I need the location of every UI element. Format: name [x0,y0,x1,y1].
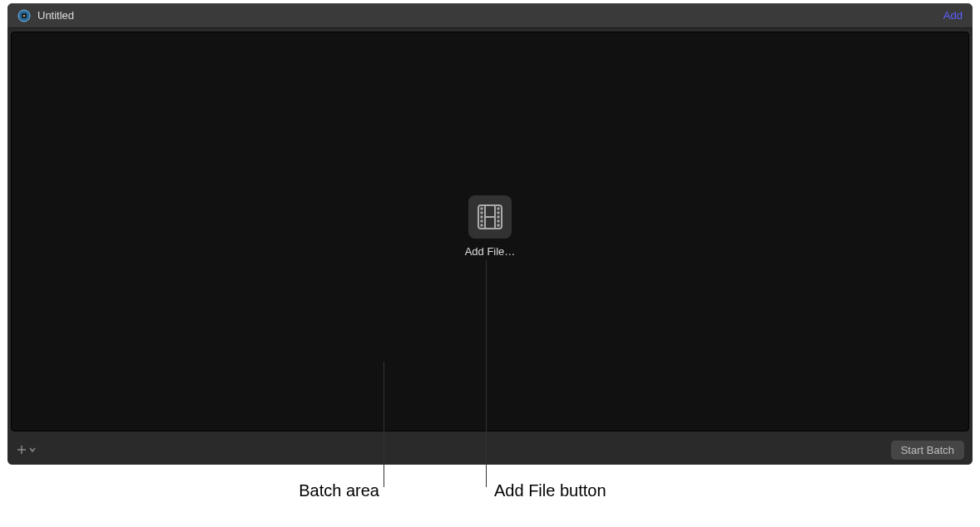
svg-rect-5 [480,212,483,214]
svg-point-2 [23,14,26,17]
film-icon [468,195,512,239]
batch-title: Untitled [37,9,943,22]
start-batch-button[interactable]: Start Batch [891,441,964,460]
plus-icon [16,444,27,456]
header-bar: Untitled Add [7,3,973,28]
svg-rect-9 [497,208,499,210]
chevron-down-icon [29,446,36,453]
callout-add-file: Add File button [494,481,606,500]
app-window: Untitled Add [7,3,973,465]
add-file-label: Add File… [465,245,516,258]
svg-rect-11 [497,216,499,219]
app-icon [17,9,31,22]
svg-rect-7 [480,220,483,223]
batch-area[interactable]: Add File… [11,32,969,431]
add-dropdown-button[interactable] [16,444,36,456]
footer-bar: Start Batch [7,435,973,465]
add-button[interactable]: Add [943,9,963,22]
callout-batch-area: Batch area [273,481,379,500]
add-file-button[interactable]: Add File… [465,195,516,258]
svg-rect-6 [480,216,483,219]
svg-rect-4 [480,208,483,210]
svg-rect-12 [497,220,499,223]
svg-rect-8 [480,224,483,227]
svg-rect-10 [497,212,499,214]
svg-rect-13 [497,224,499,227]
